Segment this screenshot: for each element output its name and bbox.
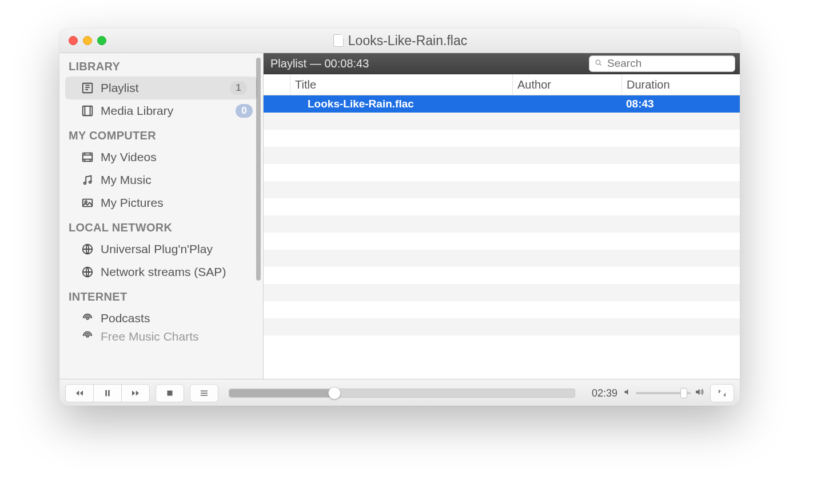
- globe-icon: [81, 266, 94, 278]
- sidebar-item-media-library[interactable]: Media Library 0: [59, 99, 263, 122]
- close-window-button[interactable]: [69, 36, 78, 45]
- sidebar-item-my-music[interactable]: My Music: [59, 169, 263, 191]
- sidebar-item-label: Network streams (SAP): [101, 265, 226, 279]
- sidebar-item-label: My Music: [101, 173, 152, 187]
- playlist-header-bar: Playlist — 00:08:43: [264, 53, 740, 74]
- svg-point-6: [85, 201, 87, 203]
- playlist-toggle-button[interactable]: [190, 384, 218, 402]
- volume-knob[interactable]: [680, 388, 687, 398]
- column-author[interactable]: Author: [513, 74, 622, 95]
- sidebar-item-podcasts[interactable]: Podcasts: [59, 307, 263, 330]
- sidebar-item-sap[interactable]: Network streams (SAP): [59, 261, 263, 283]
- pause-button[interactable]: [93, 385, 121, 402]
- media-library-icon: [81, 105, 94, 117]
- svg-point-11: [596, 60, 600, 65]
- svg-point-4: [89, 181, 91, 183]
- pictures-icon: [81, 197, 94, 209]
- sidebar-item-my-videos[interactable]: My Videos: [59, 146, 263, 169]
- svg-point-10: [86, 335, 89, 337]
- sidebar-scrollbar[interactable]: [256, 58, 261, 281]
- next-button[interactable]: [121, 385, 149, 402]
- sidebar-item-label: My Videos: [101, 150, 157, 164]
- sidebar-item-my-pictures[interactable]: My Pictures: [59, 191, 263, 214]
- titlebar: Looks-Like-Rain.flac: [59, 29, 740, 53]
- seek-bar[interactable]: [229, 389, 575, 398]
- svg-rect-14: [168, 391, 173, 396]
- playlist-summary: Playlist — 00:08:43: [264, 57, 369, 70]
- zoom-window-button[interactable]: [97, 36, 106, 45]
- sidebar-section-mycomputer: MY COMPUTER: [59, 122, 263, 146]
- window-title: Looks-Like-Rain.flac: [106, 33, 694, 49]
- svg-rect-12: [105, 390, 107, 397]
- podcast-icon: [81, 312, 94, 325]
- track-row[interactable]: Looks-Like-Rain.flac 08:43: [264, 95, 740, 113]
- podcast-icon: [81, 330, 94, 342]
- volume-control: [623, 387, 704, 399]
- app-window: Looks-Like-Rain.flac LIBRARY Playlist 1 …: [59, 29, 740, 406]
- sidebar-item-label: Universal Plug'n'Play: [101, 242, 213, 256]
- media-library-count-badge: 0: [236, 104, 253, 118]
- sidebar-section-library: LIBRARY: [59, 53, 263, 77]
- svg-point-9: [86, 317, 89, 319]
- svg-point-3: [84, 182, 86, 185]
- column-duration[interactable]: Duration: [622, 74, 740, 95]
- document-icon: [333, 34, 344, 47]
- elapsed-time: 02:39: [585, 387, 617, 399]
- search-icon: [594, 57, 603, 70]
- seek-fill: [229, 389, 334, 397]
- sidebar-item-label: Podcasts: [101, 311, 150, 325]
- search-field[interactable]: [589, 55, 735, 72]
- svg-rect-1: [83, 106, 93, 116]
- stop-button[interactable]: [156, 384, 184, 402]
- sidebar-item-upnp[interactable]: Universal Plug'n'Play: [59, 238, 263, 261]
- window-title-text: Looks-Like-Rain.flac: [348, 33, 467, 49]
- window-controls: [69, 36, 106, 45]
- column-playing[interactable]: [264, 74, 290, 95]
- svg-rect-2: [83, 153, 93, 162]
- volume-high-icon: [694, 387, 704, 399]
- globe-icon: [81, 243, 94, 255]
- minimize-window-button[interactable]: [83, 36, 92, 45]
- transport-group: [65, 384, 150, 402]
- previous-button[interactable]: [66, 385, 93, 402]
- search-input[interactable]: [606, 57, 740, 70]
- column-title[interactable]: Title: [290, 74, 513, 95]
- sidebar-item-label: Media Library: [101, 104, 173, 118]
- playlist-columns: Title Author Duration: [264, 74, 740, 95]
- sidebar-item-label: Free Music Charts: [101, 330, 199, 343]
- seek-knob[interactable]: [328, 387, 341, 399]
- playback-controls: 02:39: [59, 379, 740, 406]
- track-title: Looks-Like-Rain.flac: [290, 98, 512, 110]
- playlist-body: Looks-Like-Rain.flac 08:43: [264, 95, 740, 379]
- videos-icon: [81, 151, 94, 163]
- main-panel: Playlist — 00:08:43 Title Author Duratio…: [264, 53, 740, 379]
- sidebar-item-label: Playlist: [101, 81, 139, 95]
- music-icon: [81, 174, 94, 186]
- sidebar-item-playlist[interactable]: Playlist 1: [65, 77, 257, 99]
- volume-slider[interactable]: [636, 392, 691, 394]
- fullscreen-button[interactable]: [710, 384, 734, 402]
- sidebar-item-label: My Pictures: [101, 196, 164, 210]
- sidebar-section-internet: INTERNET: [59, 283, 263, 307]
- svg-rect-13: [108, 390, 110, 397]
- sidebar-item-free-music-charts[interactable]: Free Music Charts: [59, 330, 263, 345]
- sidebar: LIBRARY Playlist 1 Media Library 0 MY CO…: [59, 53, 264, 379]
- sidebar-section-localnetwork: LOCAL NETWORK: [59, 214, 263, 238]
- volume-low-icon: [623, 387, 632, 399]
- track-duration: 08:43: [621, 98, 740, 110]
- playlist-count-badge: 1: [230, 81, 247, 95]
- playlist-icon: [81, 82, 94, 94]
